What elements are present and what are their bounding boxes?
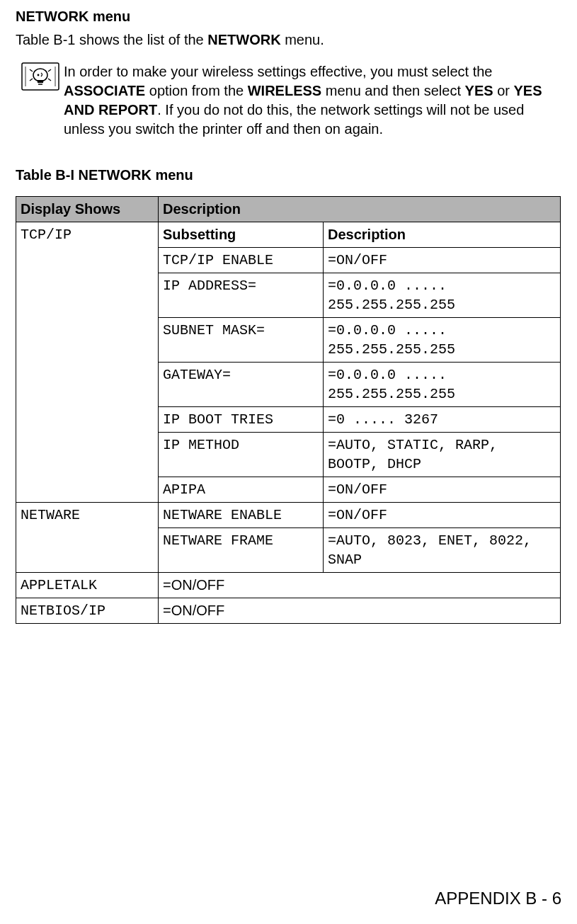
note-yes: YES <box>465 83 493 98</box>
cell-sub-desc: =0.0.0.0 ..... 255.255.255.255 <box>324 273 561 318</box>
section-heading: NETWORK menu <box>16 7 561 26</box>
cell-sub-desc: =0 ..... 3267 <box>324 407 561 433</box>
cell-appletalk-label: APPLETALK <box>16 573 159 598</box>
note-assoc: ASSOCIATE <box>64 83 145 98</box>
table-row: APPLETALK =ON/OFF <box>16 573 561 598</box>
note-wireless: WIRELESS <box>248 83 321 98</box>
cell-sub-desc: =AUTO, STATIC, RARP, BOOTP, DHCP <box>324 433 561 477</box>
table-row: NETBIOS/IP =ON/OFF <box>16 598 561 624</box>
cell-subsetting: GATEWAY= <box>159 363 324 407</box>
note-seg4: or <box>493 83 514 98</box>
table-title: Table B-I NETWORK menu <box>16 166 561 185</box>
intro-pre: Table B-1 shows the list of the <box>16 32 207 47</box>
note-block: In order to make your wireless settings … <box>21 62 561 139</box>
cell-sub-desc: =ON/OFF <box>324 477 561 503</box>
note-seg1: In order to make your wireless settings … <box>64 64 492 79</box>
intro-bold: NETWORK <box>207 32 280 47</box>
table-row: TCP/IP Subsetting Description <box>16 222 561 248</box>
cell-subsetting: IP BOOT TRIES <box>159 407 324 433</box>
note-text: In order to make your wireless settings … <box>64 62 561 139</box>
table-row: NETWARE NETWARE ENABLE =ON/OFF <box>16 503 561 528</box>
note-seg2: option from the <box>145 83 248 98</box>
cell-sub-desc: =AUTO, 8023, ENET, 8022, SNAP <box>324 528 561 573</box>
cell-subsetting: APIPA <box>159 477 324 503</box>
cell-subsetting: NETWARE ENABLE <box>159 503 324 528</box>
cell-appletalk-desc: =ON/OFF <box>159 573 561 598</box>
intro-post: menu. <box>281 32 324 47</box>
cell-subsetting: SUBNET MASK= <box>159 318 324 363</box>
cell-sub-desc: =0.0.0.0 ..... 255.255.255.255 <box>324 363 561 407</box>
cell-subsetting: IP ADDRESS= <box>159 273 324 318</box>
lightbulb-icon <box>21 62 59 139</box>
table-header-row: Display Shows Description <box>16 197 561 222</box>
cell-netbios-desc: =ON/OFF <box>159 598 561 624</box>
cell-subsetting: NETWARE FRAME <box>159 528 324 573</box>
svg-rect-0 <box>22 63 59 90</box>
svg-point-5 <box>38 74 40 76</box>
intro-paragraph: Table B-1 shows the list of the NETWORK … <box>16 30 561 50</box>
cell-sub-desc: =0.0.0.0 ..... 255.255.255.255 <box>324 318 561 363</box>
network-menu-table: Display Shows Description TCP/IP Subsett… <box>16 196 561 624</box>
cell-netware-label: NETWARE <box>16 503 159 573</box>
header-description: Description <box>159 197 561 222</box>
header-display-shows: Display Shows <box>16 197 159 222</box>
cell-sub-description-header: Description <box>324 222 561 248</box>
page-footer: APPENDIX B - 6 <box>435 887 561 910</box>
cell-subsetting: TCP/IP ENABLE <box>159 248 324 273</box>
cell-netbios-label: NETBIOS/IP <box>16 598 159 624</box>
cell-sub-desc: =ON/OFF <box>324 248 561 273</box>
cell-subsetting: IP METHOD <box>159 433 324 477</box>
note-seg3: menu and then select <box>321 83 464 98</box>
cell-tcpip-label: TCP/IP <box>16 222 159 503</box>
cell-subsetting-header: Subsetting <box>159 222 324 248</box>
cell-sub-desc: =ON/OFF <box>324 503 561 528</box>
